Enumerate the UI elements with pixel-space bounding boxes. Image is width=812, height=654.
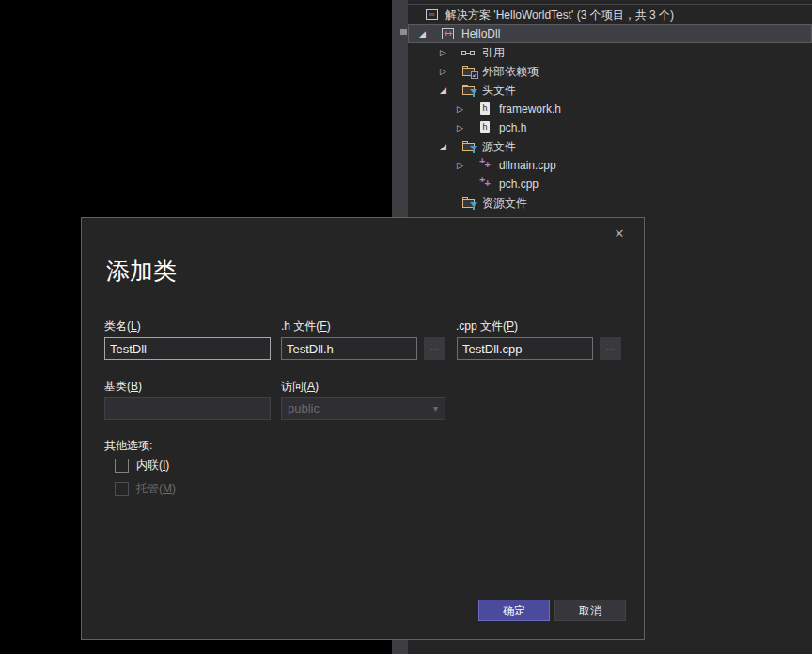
cpp-file-input[interactable]: [457, 337, 593, 360]
tree-row-resource-files[interactable]: 资源文件: [408, 194, 812, 212]
vs-window: ∞ 解决方案 'HelloWorldTest' (3 个项目，共 3 个) ◢ …: [0, 0, 812, 654]
h-file-input[interactable]: [281, 337, 417, 360]
tree-row-label: dllmain.cpp: [499, 159, 556, 172]
chevron-down-icon: ▾: [433, 398, 438, 419]
h-file-browse-button[interactable]: ...: [424, 337, 445, 360]
cpp-file-icon: ++: [478, 158, 495, 173]
managed-option-row: 托管(M): [115, 481, 176, 497]
tree-row-pch-cpp[interactable]: ++ pch.cpp: [408, 175, 812, 194]
panel-top-divider: [408, 4, 812, 5]
tree-row-solution[interactable]: ∞ 解决方案 'HelloWorldTest' (3 个项目，共 3 个): [408, 6, 812, 24]
add-class-dialog: ✕ 添加类 类名(L) .h 文件(F) .cpp 文件(P) ... ... …: [81, 217, 645, 640]
expander-icon[interactable]: ▷: [439, 43, 461, 62]
ok-button[interactable]: 确定: [478, 600, 550, 621]
managed-checkbox[interactable]: [115, 482, 129, 496]
inline-checkbox-label: 内联(I): [136, 458, 169, 474]
inline-option-row: 内联(I): [115, 458, 169, 474]
access-dropdown[interactable]: public ▾: [281, 397, 445, 420]
tree-row-header-files[interactable]: ◢ 头文件: [408, 81, 812, 100]
external-dependencies-icon: ↙: [461, 64, 478, 79]
access-dropdown-value: public: [288, 401, 320, 415]
managed-checkbox-label: 托管(M): [136, 481, 176, 497]
expander-icon[interactable]: ◢: [439, 81, 461, 100]
tree-row-dllmain-cpp[interactable]: ▷ ++ dllmain.cpp: [408, 156, 812, 175]
tree-row-framework-h[interactable]: ▷ h framework.h: [408, 100, 812, 118]
expander-icon[interactable]: ▷: [456, 100, 478, 118]
scrollbar-thumb[interactable]: [400, 29, 407, 35]
tree-row-pch-h[interactable]: ▷ h pch.h: [408, 118, 812, 137]
tree-row-label: pch.cpp: [499, 178, 539, 191]
tree-row-label: 源文件: [482, 139, 516, 155]
cancel-button[interactable]: 取消: [554, 600, 626, 621]
access-label: 访问(A): [281, 379, 319, 395]
cpp-file-browse-button[interactable]: ...: [600, 337, 621, 360]
header-file-icon: h: [478, 101, 495, 117]
tree-row-label: 资源文件: [482, 195, 527, 211]
filtered-folder-icon: [461, 83, 478, 98]
expander-icon[interactable]: ▷: [456, 118, 478, 137]
tree-row-label: 解决方案 'HelloWorldTest' (3 个项目，共 3 个): [445, 8, 674, 23]
tree-row-label: 引用: [482, 45, 505, 61]
base-class-input[interactable]: [104, 397, 271, 420]
tree-row-label: framework.h: [499, 102, 561, 116]
tree-row-label: 外部依赖项: [482, 64, 539, 80]
header-file-icon: h: [478, 120, 495, 135]
solution-tree: ∞ 解决方案 'HelloWorldTest' (3 个项目，共 3 个) ◢ …: [408, 6, 812, 212]
dialog-title: 添加类: [106, 256, 177, 287]
other-options-heading: 其他选项:: [104, 438, 152, 454]
close-icon[interactable]: ✕: [609, 225, 630, 243]
class-name-input[interactable]: [104, 337, 271, 360]
class-name-label: 类名(L): [104, 319, 141, 335]
inline-checkbox[interactable]: [115, 459, 129, 473]
tree-row-source-files[interactable]: ◢ 源文件: [408, 137, 812, 156]
base-class-label: 基类(B): [104, 379, 142, 395]
cpp-file-label: .cpp 文件(P): [456, 319, 518, 335]
h-file-label: .h 文件(F): [281, 319, 331, 335]
cpp-file-icon: ++: [478, 177, 495, 192]
tree-row-references[interactable]: ▷ 引用: [408, 43, 812, 62]
tree-row-label: HelloDll: [461, 27, 500, 40]
tree-row-label: pch.h: [499, 121, 526, 134]
tree-row-label: 头文件: [482, 83, 516, 99]
filtered-folder-icon: [461, 139, 478, 154]
tree-row-hellodll[interactable]: ◢ ++ HelloDll: [408, 24, 812, 43]
expander-icon[interactable]: ▷: [439, 62, 461, 81]
expander-icon[interactable]: ▷: [456, 156, 478, 175]
tree-row-external-dependencies[interactable]: ▷ ↙ 外部依赖项: [408, 62, 812, 81]
cpp-project-icon: ++: [441, 26, 458, 41]
references-icon: [461, 45, 478, 60]
expander-icon[interactable]: ◢: [439, 137, 461, 156]
filtered-folder-icon: [461, 195, 478, 210]
solution-icon: ∞: [425, 8, 442, 23]
expander-icon[interactable]: ◢: [418, 24, 441, 43]
